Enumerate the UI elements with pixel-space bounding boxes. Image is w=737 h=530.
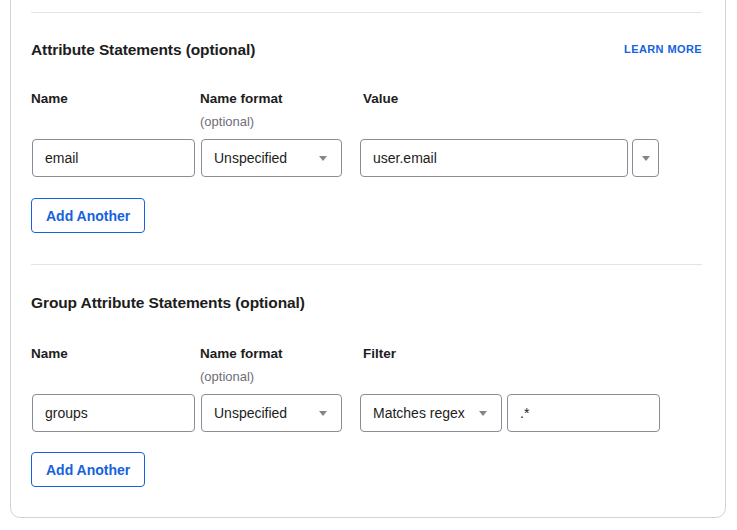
chevron-down-icon [319,156,327,161]
saml-settings-card [10,0,726,518]
attribute-name-input[interactable] [32,139,195,177]
learn-more-link[interactable]: LEARN MORE [624,43,702,55]
col-label-filter: Filter [363,346,396,361]
col-label-name-format: Name format [200,91,283,106]
group-attribute-name-input[interactable] [32,394,195,432]
group-attribute-filter-value-input[interactable] [507,394,660,432]
add-another-attribute-button[interactable]: Add Another [31,198,145,233]
group-attribute-filter-type-value: Matches regex [373,405,465,421]
section-divider [31,12,702,13]
attribute-statements-heading: Attribute Statements (optional) [31,41,255,59]
chevron-down-icon [319,411,327,416]
section-divider [31,264,702,265]
col-label-name-format-note: (optional) [200,369,254,384]
attribute-name-format-select[interactable]: Unspecified [201,139,342,177]
group-attribute-name-format-value: Unspecified [214,405,287,421]
attribute-value-dropdown-button[interactable] [632,139,659,177]
group-attribute-statements-heading: Group Attribute Statements (optional) [31,294,305,312]
chevron-down-icon [479,411,487,416]
col-label-name: Name [31,91,68,106]
group-attribute-name-format-select[interactable]: Unspecified [201,394,342,432]
attribute-name-format-value: Unspecified [214,150,287,166]
chevron-down-icon [642,156,650,161]
attribute-value-input[interactable] [360,139,628,177]
group-attribute-filter-type-select[interactable]: Matches regex [360,394,502,432]
col-label-name: Name [31,346,68,361]
col-label-value: Value [363,91,398,106]
col-label-name-format-note: (optional) [200,114,254,129]
col-label-name-format: Name format [200,346,283,361]
add-another-group-attribute-button[interactable]: Add Another [31,452,145,487]
